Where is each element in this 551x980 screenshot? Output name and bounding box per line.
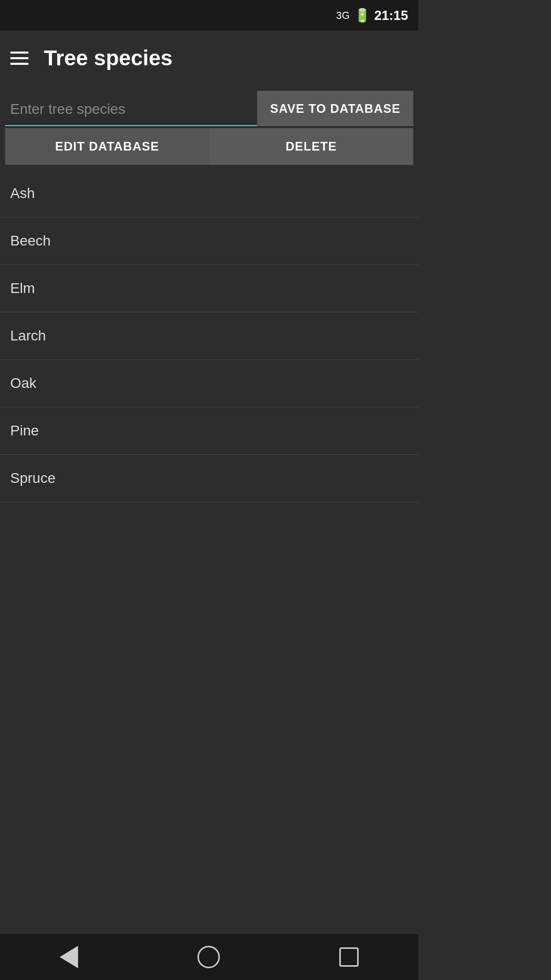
species-list: AshBeechElmLarchOakPineSpruce xyxy=(0,170,418,502)
signal-icon: 3G xyxy=(336,10,350,21)
nav-bar xyxy=(0,934,418,980)
delete-button[interactable]: DELETE xyxy=(209,128,413,165)
page-title: Tree species xyxy=(44,46,172,70)
menu-button[interactable] xyxy=(10,52,29,65)
hamburger-line-1 xyxy=(10,52,29,54)
list-item[interactable]: Oak xyxy=(0,360,418,407)
species-input[interactable] xyxy=(5,91,257,126)
battery-icon: 🔋 xyxy=(354,8,370,23)
button-row: EDIT DATABASE DELETE xyxy=(5,128,413,165)
back-icon xyxy=(60,946,78,968)
edit-database-button[interactable]: EDIT DATABASE xyxy=(5,128,209,165)
list-item[interactable]: Spruce xyxy=(0,455,418,502)
list-item[interactable]: Elm xyxy=(0,265,418,312)
list-item[interactable]: Ash xyxy=(0,170,418,217)
time-display: 21:15 xyxy=(374,8,409,23)
list-item[interactable]: Pine xyxy=(0,407,418,455)
nav-back-button[interactable] xyxy=(60,946,78,968)
nav-home-button[interactable] xyxy=(197,946,220,968)
save-to-database-button[interactable]: SAVE TO DATABASE xyxy=(257,91,413,126)
list-item[interactable]: Larch xyxy=(0,312,418,360)
status-icons: 3G 🔋 21:15 xyxy=(336,8,408,23)
app-header: Tree species xyxy=(0,31,418,86)
controls-area: SAVE TO DATABASE EDIT DATABASE DELETE xyxy=(0,86,418,165)
nav-recent-button[interactable] xyxy=(339,947,359,967)
home-icon xyxy=(197,946,220,968)
hamburger-line-2 xyxy=(10,57,29,59)
hamburger-line-3 xyxy=(10,63,29,65)
list-item[interactable]: Beech xyxy=(0,217,418,265)
input-row: SAVE TO DATABASE xyxy=(5,91,413,126)
status-bar: 3G 🔋 21:15 xyxy=(0,0,418,31)
recent-icon xyxy=(339,947,359,967)
